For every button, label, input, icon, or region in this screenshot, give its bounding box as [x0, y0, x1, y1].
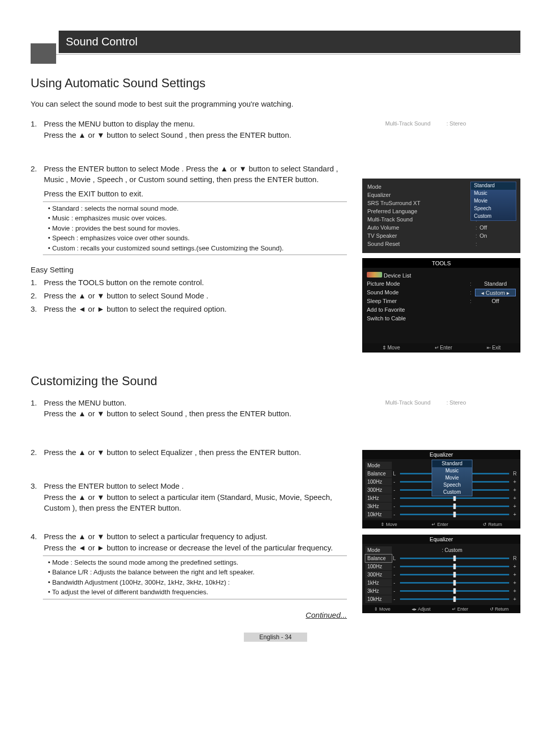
tools-title: TOOLS [363, 259, 520, 268]
bullet: Speech : emphasizes voice over other sou… [48, 233, 347, 243]
tools-row[interactable]: Add to Favorite [367, 306, 516, 314]
eq-row[interactable]: Mode: Custom [362, 546, 520, 554]
eq-footer-item: ↵ Enter [452, 607, 468, 612]
bullet: To adjust the level of different bandwid… [48, 587, 347, 597]
osd-row: Auto Volume:Off [367, 223, 515, 232]
tools-footer-item: ⇤ Exit [487, 345, 500, 350]
tools-row[interactable]: Device List [367, 271, 516, 280]
tools-row[interactable]: Picture Mode:Standard [367, 280, 516, 288]
tools-row[interactable]: Switch to Cable [367, 314, 516, 323]
section1-intro: You can select the sound mode to best su… [31, 99, 520, 108]
eq-row[interactable]: 3kHz-+ [362, 587, 520, 595]
eq-row[interactable]: BalanceLR [362, 554, 520, 562]
c-step3a: Press the ENTER button to select Mode . [44, 481, 347, 492]
section-heading-auto-sound: Using Automatic Sound Settings [31, 76, 520, 90]
eq-row[interactable]: 100Hz-+ [362, 562, 520, 570]
bullet: Standard : selects the normal sound mode… [48, 204, 347, 214]
eq-mode-option[interactable]: Speech [432, 482, 472, 489]
osd-mode-options: StandardMusicMovieSpeechCustom [470, 182, 516, 221]
bullet: Movie : provides the best sound for movi… [48, 223, 347, 234]
easy-setting-title: Easy Setting [31, 265, 347, 274]
eq-footer-item: ⇕ Move [381, 522, 397, 527]
eq2-title: Equalizer [362, 535, 520, 544]
eq-mode-option[interactable]: Standard [432, 460, 472, 467]
osd-option[interactable]: Movie [471, 197, 516, 205]
c-step2: Press the ▲ or ▼ button to select Equali… [44, 447, 347, 458]
eq-row[interactable]: 300Hz-+ [362, 570, 520, 578]
eq-mode-option[interactable]: Custom [432, 489, 472, 496]
eq-footer-item: ↺ Return [483, 522, 502, 527]
osd-option[interactable]: Music [471, 190, 516, 197]
step2-line1: Press the ENTER button to select Mode . … [44, 163, 347, 186]
c-step1a: Press the MENU button. [44, 397, 347, 409]
bullet: Balance L/R : Adjusts the balance betwee… [48, 567, 347, 577]
eq-row[interactable]: 3kHz-+ [362, 502, 520, 510]
eq-footer-item: ◂▸ Adjust [412, 607, 431, 612]
eq-footer-item: ↺ Return [490, 607, 509, 612]
easy-step1: Press the TOOLS button on the remote con… [44, 277, 347, 288]
easy-step3: Press the ◄ or ► button to select the re… [44, 304, 347, 315]
c-step4b: Press the ◄ or ► button to increase or d… [44, 542, 347, 553]
eq-row[interactable]: ModeStandardStandardMusicMovieSpeechCust… [362, 461, 520, 469]
page-title: Sound Control [59, 31, 520, 53]
step1-line1: Press the MENU button to display the men… [44, 118, 347, 130]
header-tab-stub [31, 43, 56, 64]
tools-row[interactable]: Sleep Timer:Off [367, 297, 516, 306]
divider [31, 54, 520, 55]
continued-text: Continued... [31, 611, 347, 619]
customizing-bullets: Mode : Selects the sound mode among the … [48, 558, 347, 597]
eq-footer-item: ↵ Enter [432, 522, 448, 527]
eq1-footer: ⇕ Move↵ Enter↺ Return [362, 520, 520, 528]
eq-footer-item: ⇕ Move [374, 607, 391, 612]
eq1-title: Equalizer [362, 450, 520, 459]
bullet: Custom : recalls your customized sound s… [48, 243, 347, 254]
bullet: Mode : Selects the sound mode among the … [48, 558, 347, 568]
page-footer: English - 34 [31, 634, 520, 641]
eq-row[interactable]: 10kHz-+ [362, 595, 520, 603]
tools-footer-item: ↵ Enter [435, 345, 453, 350]
step2-line2: Press the EXIT button to exit. [44, 188, 347, 199]
osd-row: TV Speaker:On [367, 232, 515, 240]
multi-track-sound-status-2: Multi-Track Sound: Stereo [362, 399, 520, 406]
tools-row[interactable]: Sound Mode:◂ Custom ▸ [367, 288, 516, 297]
section-heading-customizing: Customizing the Sound [31, 374, 520, 388]
multi-track-sound-status: Multi-Track Sound: Stereo [362, 120, 520, 127]
c-step4a: Press the ▲ or ▼ button to select a part… [44, 531, 347, 542]
osd-sound-menu: Mode:Equalizer:SRS TruSurround XT:Prefer… [362, 179, 520, 253]
step-number: 2. [31, 163, 38, 199]
step1-line2: Press the ▲ or ▼ button to select Sound … [44, 130, 347, 141]
osd-option[interactable]: Custom [471, 213, 516, 220]
osd-option[interactable]: Speech [471, 205, 516, 213]
bullet: Bandwidth Adjustment (100Hz, 300Hz, 1kHz… [48, 577, 347, 588]
equalizer-panel-1: Equalizer ModeStandardStandardMusicMovie… [362, 450, 520, 528]
eq2-footer: ⇕ Move◂▸ Adjust↵ Enter↺ Return [362, 605, 520, 613]
osd-row: Sound Reset: [367, 240, 515, 248]
eq-mode-option[interactable]: Music [432, 467, 472, 474]
easy-step2: Press the ▲ or ▼ button to select Sound … [44, 290, 347, 301]
c-step3b: Press the ▲ or ▼ button to select a part… [44, 492, 347, 514]
c-step1b: Press the ▲ or ▼ button to select Sound … [44, 408, 347, 419]
step-number: 1. [31, 118, 38, 141]
tools-panel: TOOLS Device ListPicture Mode:StandardSo… [362, 258, 520, 352]
sound-mode-bullets: Standard : selects the normal sound mode… [48, 204, 347, 254]
bullet: Music : emphasizes music over voices. [48, 213, 347, 223]
eq-mode-option[interactable]: Movie [432, 474, 472, 482]
tools-footer: ⇕ Move↵ Enter⇤ Exit [363, 343, 520, 352]
equalizer-panel-2: Equalizer Mode: CustomBalanceLR100Hz-+30… [362, 535, 520, 613]
tools-footer-item: ⇕ Move [382, 345, 400, 350]
eq-row[interactable]: 1kHz-+ [362, 578, 520, 587]
osd-option[interactable]: Standard [471, 182, 516, 190]
eq-row[interactable]: 10kHz-+ [362, 510, 520, 518]
